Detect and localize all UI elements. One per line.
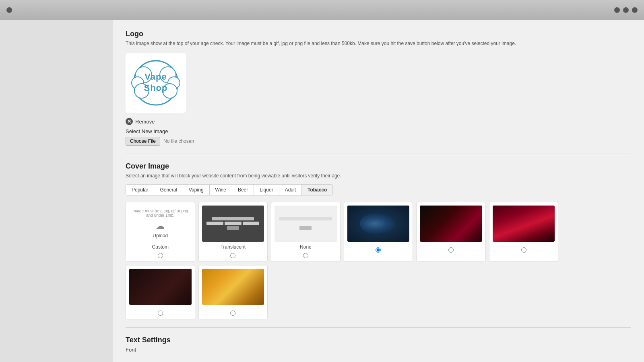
none-input-1: [279, 217, 332, 220]
font-label: Font: [126, 347, 631, 353]
red-smoke-preview: [420, 206, 482, 242]
text-settings-title: Text Settings: [126, 336, 631, 344]
form-input-3: [243, 222, 260, 225]
title-bar-left: [6, 7, 12, 13]
tab-popular[interactable]: Popular: [126, 185, 154, 195]
title-bar: [0, 0, 644, 20]
remove-btn[interactable]: ✕ Remove: [126, 118, 631, 125]
upload-icon: Image must be a jpg, gif or png and unde…: [131, 209, 190, 218]
custom-radio[interactable]: [158, 253, 163, 258]
logo-section-title: Logo: [126, 30, 631, 38]
image-grid-row1: Image must be a jpg, gif or png and unde…: [126, 202, 631, 262]
dark-lips-radio[interactable]: [158, 311, 163, 316]
dark-blue-radio[interactable]: [376, 247, 381, 253]
upload-label: Upload: [153, 233, 168, 239]
window-btn-3[interactable]: [632, 7, 638, 13]
image-card-translucent: Translucent: [198, 202, 268, 262]
none-form-mock: [278, 216, 334, 232]
logo-section-desc: This image show at the top of your age c…: [126, 41, 631, 46]
no-file-label: No file chosen: [163, 138, 194, 144]
form-row-1: [206, 222, 259, 225]
bokeh-effect: [360, 213, 397, 234]
cover-image-section-desc: Select an image that will block your web…: [126, 173, 631, 179]
none-submit-btn: [299, 226, 312, 230]
section-divider-2: [126, 327, 631, 328]
tab-vaping[interactable]: Vaping: [183, 185, 209, 195]
translucent-card-label: Translucent: [221, 244, 246, 250]
golden-bike-preview: [202, 269, 264, 305]
svg-text:Shop: Shop: [144, 83, 168, 93]
remove-icon: ✕: [126, 118, 133, 125]
remove-label: Remove: [135, 119, 155, 125]
window-btn-1[interactable]: [614, 7, 620, 13]
wine-pour-preview: [493, 206, 555, 242]
tab-liquor[interactable]: Liquor: [254, 185, 279, 195]
section-divider-1: [126, 154, 631, 154]
translucent-preview-box: [202, 206, 264, 242]
image-grid-row2: [126, 265, 631, 319]
dark-lips-preview: [129, 269, 192, 305]
wine-pour-radio[interactable]: [521, 247, 526, 253]
file-input-row: Choose File No file chosen: [126, 137, 631, 146]
image-card-golden-bike: [198, 265, 268, 319]
tab-adult[interactable]: Adult: [279, 185, 302, 195]
wine-pour-img: [493, 206, 555, 242]
custom-preview-content: Image must be a jpg, gif or png and unde…: [129, 206, 192, 242]
tab-tobacco[interactable]: Tobacco: [302, 185, 332, 195]
logo-image: Vape Shop: [128, 55, 184, 111]
image-card-wine-pour: [489, 202, 559, 262]
custom-card-label: Custom: [152, 244, 169, 250]
content-area: Logo This image show at the top of your …: [0, 20, 644, 362]
golden-bike-radio[interactable]: [230, 311, 235, 316]
red-smoke-radio[interactable]: [448, 247, 454, 253]
dark-lips-img: [129, 269, 192, 305]
form-submit-btn: [227, 226, 239, 230]
image-card-red-smoke: [416, 202, 486, 262]
grid-spacer-1: [561, 202, 631, 262]
tab-general[interactable]: General: [154, 185, 183, 195]
main-content: Logo This image show at the top of your …: [113, 20, 644, 362]
sidebar: [0, 20, 113, 362]
dark-blue-img: [347, 206, 410, 242]
translucent-radio[interactable]: [230, 253, 235, 258]
image-card-dark-lips: [126, 265, 195, 319]
form-input-1: [206, 222, 223, 225]
none-row: [279, 222, 332, 225]
none-card-label: None: [300, 244, 312, 250]
window-close-btn[interactable]: [6, 7, 12, 13]
upload-cloud-icon: ☁: [156, 221, 165, 231]
red-smoke-img: [420, 206, 482, 242]
custom-preview-box: Image must be a jpg, gif or png and unde…: [129, 206, 192, 242]
cover-image-section-title: Cover Image: [126, 162, 631, 171]
golden-bike-img: [202, 269, 264, 305]
svg-text:Vape: Vape: [144, 72, 167, 82]
window-btn-2[interactable]: [623, 7, 629, 13]
tab-beer[interactable]: Beer: [232, 185, 254, 195]
choose-file-button[interactable]: Choose File: [126, 137, 160, 146]
dark-blue-preview: [347, 206, 410, 242]
form-title-bar: [212, 217, 254, 220]
form-input-2: [225, 222, 242, 225]
none-radio[interactable]: [303, 253, 308, 258]
image-card-dark-blue: [344, 202, 413, 262]
tab-wine[interactable]: Wine: [210, 185, 232, 195]
cover-image-tabs: Popular General Vaping Wine Beer Liquor …: [126, 184, 333, 195]
image-card-custom: Image must be a jpg, gif or png and unde…: [126, 202, 195, 262]
image-card-none: None: [271, 202, 341, 262]
select-new-image-label: Select New Image: [126, 128, 631, 134]
none-preview-box: [275, 206, 337, 242]
title-bar-right: [614, 7, 638, 13]
logo-preview: Vape Shop: [126, 53, 186, 113]
translucent-form-mock: [205, 216, 261, 232]
